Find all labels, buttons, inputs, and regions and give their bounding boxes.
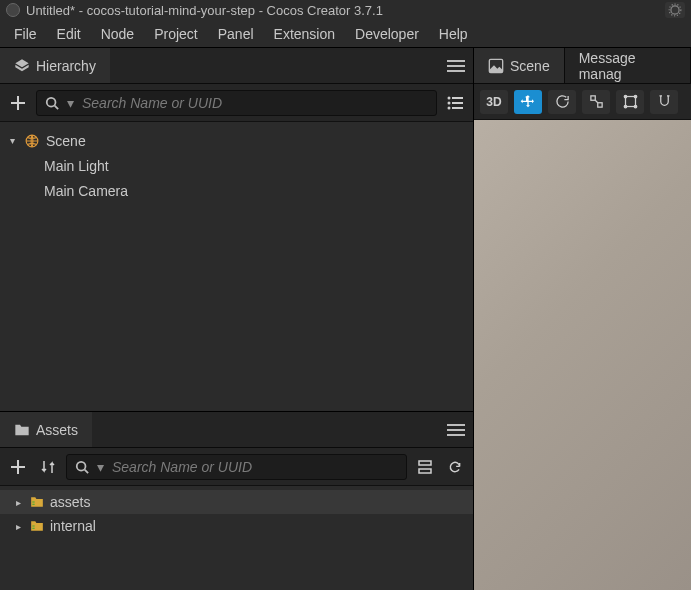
tool-rotate[interactable] (548, 90, 576, 114)
tool-rect[interactable] (616, 90, 644, 114)
scene-panel-icon (488, 58, 504, 74)
svg-rect-23 (419, 461, 431, 465)
main-menubar: File Edit Node Project Panel Extension D… (0, 20, 691, 48)
tool-snap[interactable] (650, 90, 678, 114)
svg-rect-31 (597, 103, 601, 107)
sort-button[interactable] (36, 455, 60, 479)
hierarchy-tree[interactable]: ▾ Scene Main Light Main Camera (0, 122, 473, 411)
svg-point-0 (671, 6, 679, 14)
refresh-button[interactable] (443, 455, 467, 479)
svg-point-36 (634, 105, 637, 108)
assets-folder-label: assets (50, 494, 90, 510)
window-titlebar: Untitled* - cocos-tutorial-mind-your-ste… (0, 0, 691, 20)
svg-rect-3 (447, 65, 465, 67)
svg-rect-16 (447, 424, 465, 426)
svg-rect-18 (447, 434, 465, 436)
layers-icon (14, 58, 30, 74)
svg-point-34 (634, 95, 637, 98)
assets-tabrow: Assets (0, 412, 473, 448)
tab-scene-label: Scene (510, 58, 550, 74)
collapse-button[interactable] (413, 455, 437, 479)
menu-help[interactable]: Help (429, 22, 478, 46)
tab-assets-label: Assets (36, 422, 78, 438)
hierarchy-tabrow: Hierarchy (0, 48, 473, 84)
svg-rect-28 (32, 528, 34, 529)
hierarchy-node-label: Main Camera (44, 183, 128, 199)
hierarchy-node-main-camera[interactable]: Main Camera (0, 178, 473, 203)
hierarchy-list-mode-button[interactable] (443, 91, 467, 115)
menu-node[interactable]: Node (91, 22, 144, 46)
view-3d-toggle[interactable]: 3D (480, 90, 508, 114)
tab-hierarchy[interactable]: Hierarchy (0, 48, 110, 83)
tab-assets[interactable]: Assets (0, 412, 92, 447)
search-icon (75, 460, 89, 474)
hierarchy-node-label: Main Light (44, 158, 109, 174)
tab-hierarchy-label: Hierarchy (36, 58, 96, 74)
assets-search-input[interactable] (112, 459, 398, 475)
menu-developer[interactable]: Developer (345, 22, 429, 46)
svg-rect-25 (32, 501, 34, 502)
assets-folder-label: internal (50, 518, 96, 534)
svg-rect-30 (590, 96, 594, 100)
svg-rect-17 (447, 429, 465, 431)
svg-point-21 (77, 461, 86, 470)
svg-point-11 (448, 101, 451, 104)
svg-line-22 (85, 469, 89, 473)
assets-panel-menu-button[interactable] (439, 412, 473, 447)
svg-point-35 (624, 105, 627, 108)
db-folder-icon (30, 520, 44, 532)
svg-rect-10 (452, 97, 463, 99)
hierarchy-panel-menu-button[interactable] (439, 48, 473, 83)
svg-rect-4 (447, 70, 465, 72)
svg-rect-14 (452, 107, 463, 109)
svg-point-9 (448, 96, 451, 99)
svg-rect-27 (32, 525, 34, 526)
scene-toolbar: 3D (474, 84, 691, 120)
tab-message-label: Message manag (579, 50, 676, 82)
search-icon (45, 96, 59, 110)
hierarchy-node-main-light[interactable]: Main Light (0, 153, 473, 178)
tool-move[interactable] (514, 90, 542, 114)
hierarchy-search-input[interactable] (82, 95, 428, 111)
scene-viewport[interactable] (474, 120, 691, 590)
svg-rect-12 (452, 102, 463, 104)
tab-scene[interactable]: Scene (474, 48, 565, 83)
svg-point-33 (624, 95, 627, 98)
tab-message-manager[interactable]: Message manag (565, 48, 691, 83)
menu-extension[interactable]: Extension (264, 22, 345, 46)
chevron-right-icon[interactable]: ▸ (12, 521, 24, 532)
folder-icon (14, 422, 30, 438)
assets-folder-internal[interactable]: ▸ internal (0, 514, 473, 538)
svg-rect-32 (625, 97, 635, 107)
scene-tabrow: Scene Message manag (474, 48, 691, 84)
hierarchy-node-label: Scene (46, 133, 86, 149)
svg-rect-20 (11, 466, 25, 468)
chevron-down-icon[interactable]: ▾ (6, 135, 18, 146)
svg-rect-2 (447, 60, 465, 62)
add-asset-button[interactable] (6, 455, 30, 479)
titlebar-settings-icon[interactable] (665, 2, 685, 18)
assets-search: ▾ (66, 454, 407, 480)
chevron-right-icon[interactable]: ▸ (12, 497, 24, 508)
assets-tree[interactable]: ▸ assets ▸ internal (0, 486, 473, 590)
app-logo-icon (6, 3, 20, 17)
scene-icon (24, 133, 40, 149)
menu-edit[interactable]: Edit (47, 22, 91, 46)
menu-project[interactable]: Project (144, 22, 208, 46)
assets-toolbar: ▾ (0, 448, 473, 486)
add-node-button[interactable] (6, 91, 30, 115)
db-folder-icon (30, 496, 44, 508)
hierarchy-toolbar: ▾ (0, 84, 473, 122)
menu-panel[interactable]: Panel (208, 22, 264, 46)
svg-point-13 (448, 106, 451, 109)
hierarchy-node-scene[interactable]: ▾ Scene (0, 128, 473, 153)
svg-point-7 (47, 97, 56, 106)
assets-folder-assets[interactable]: ▸ assets (0, 490, 473, 514)
svg-rect-6 (11, 102, 25, 104)
svg-rect-24 (419, 469, 431, 473)
menu-file[interactable]: File (4, 22, 47, 46)
window-title: Untitled* - cocos-tutorial-mind-your-ste… (26, 3, 383, 18)
hierarchy-search: ▾ (36, 90, 437, 116)
svg-rect-26 (32, 504, 34, 505)
tool-scale[interactable] (582, 90, 610, 114)
